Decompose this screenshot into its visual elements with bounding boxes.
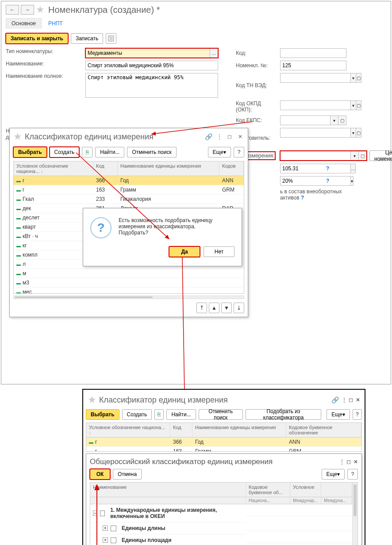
maker-field[interactable] xyxy=(280,128,351,138)
help-va[interactable]: ? xyxy=(301,195,304,201)
nomno-field[interactable] xyxy=(280,61,346,70)
tree-group[interactable]: +Единицы площади xyxy=(90,534,357,545)
report-icon[interactable] xyxy=(106,33,116,44)
dlg2-max-icon[interactable]: ◻ xyxy=(349,397,353,403)
dlg2-create-button[interactable]: Создать xyxy=(122,409,152,420)
tab-main[interactable]: Основное xyxy=(6,18,42,29)
dlg1-find-button[interactable]: Найти... xyxy=(95,147,124,157)
nav-back-button[interactable]: ← xyxy=(6,5,19,15)
okpd-field[interactable] xyxy=(280,100,351,110)
table-row[interactable]: ▬г163ГраммGRM xyxy=(14,185,244,195)
dlg2-clear-button[interactable]: Отменить поиск xyxy=(199,409,243,420)
ekps-open-button[interactable]: ▢ xyxy=(338,115,346,125)
dlg3-more-button[interactable]: Еще ▾ xyxy=(322,469,345,480)
vat-field[interactable] xyxy=(280,176,351,186)
dlg3-col-usl[interactable]: Условное xyxy=(290,483,321,497)
dlg2-link-icon[interactable]: 🔗 xyxy=(331,396,339,403)
checkbox[interactable] xyxy=(111,537,116,543)
dlg3-col-intl2[interactable]: Междуна... xyxy=(321,497,352,504)
code-field[interactable] xyxy=(280,48,346,58)
dlg1-copy-icon[interactable]: ⎘ xyxy=(82,147,92,157)
dlg3-cancel-button[interactable]: Отмена xyxy=(113,469,142,480)
dlg3-more-icon[interactable]: ⋮ xyxy=(339,459,344,465)
nav-forward-button[interactable]: → xyxy=(21,5,34,15)
dlg1-col4[interactable]: Кодов xyxy=(219,161,244,176)
help-price[interactable]: ? xyxy=(326,165,329,172)
confirm-yes-button[interactable]: Да xyxy=(169,246,200,257)
table-row[interactable]: ▬м xyxy=(14,269,244,278)
dlg1-create-button[interactable]: Создать xyxy=(50,147,80,157)
dlg1-select-button[interactable]: Выбрать xyxy=(13,147,47,157)
dlg1-star-icon[interactable]: ★ xyxy=(13,131,22,142)
table-row[interactable]: ▬г366ГодANN xyxy=(14,176,244,185)
tab-rnpt[interactable]: РНПТ xyxy=(42,18,69,29)
dlg2-copy-icon[interactable]: ⎘ xyxy=(154,409,164,420)
dlg1-col2[interactable]: Код xyxy=(93,161,118,176)
dlg1-nav-first[interactable]: ⤒ xyxy=(196,303,207,313)
prices-button[interactable]: Цены номенклатуры xyxy=(369,150,392,161)
table-row[interactable]: ▬г366ГодANN xyxy=(86,438,361,447)
dlg1-clear-button[interactable]: Отменить поиск xyxy=(127,147,176,157)
tree-toggle-icon[interactable]: + xyxy=(103,526,108,531)
dlg3-max-icon[interactable]: ◻ xyxy=(346,459,351,465)
tree-group[interactable]: +Единицы длины xyxy=(90,522,357,534)
table-row[interactable]: ▬м3 xyxy=(14,278,244,288)
checkbox[interactable] xyxy=(111,526,116,531)
tnved-open-button[interactable]: ▢ xyxy=(356,73,361,83)
dlg1-nav-up[interactable]: ▲ xyxy=(209,303,219,313)
dlg1-more-icon[interactable]: ⋮ xyxy=(215,133,223,141)
fullname-field[interactable]: Спирт этиловый медицинский 95% xyxy=(85,73,218,98)
save-button[interactable]: Записать xyxy=(71,33,103,44)
dlg3-vscroll[interactable] xyxy=(352,483,357,545)
dlg1-nav-last[interactable]: ⤓ xyxy=(234,303,244,313)
dlg3-close-icon[interactable]: ✕ xyxy=(354,459,358,465)
tree-group[interactable]: −1. Международные единицы измерения, вкл… xyxy=(90,504,357,522)
dlg3-col-name[interactable]: Наименование xyxy=(90,483,246,497)
dlg2-select-button[interactable]: Выбрать xyxy=(86,409,119,420)
dlg1-hscroll[interactable] xyxy=(13,296,244,299)
dlg2-help-icon[interactable]: ? xyxy=(353,409,362,420)
dlg2-more-icon[interactable]: ⋮ xyxy=(342,397,346,403)
dlg2-fromclass-button[interactable]: Подобрать из классификатора xyxy=(246,409,322,420)
maker-dd-button[interactable]: ▾ xyxy=(351,128,356,138)
dlg2-col2[interactable]: Код xyxy=(170,423,192,438)
dlg3-ok-button[interactable]: ОК xyxy=(90,469,110,480)
dlg2-col3[interactable]: Наименование единицы измерения xyxy=(192,423,286,438)
dlg2-close-icon[interactable]: ✕ xyxy=(356,397,360,403)
dlg3-help-icon[interactable]: ? xyxy=(347,469,358,480)
unit-field[interactable] xyxy=(280,151,351,161)
dlg2-col4[interactable]: Кодовое буквенное обозначение xyxy=(286,423,361,438)
maker-open-button[interactable]: ▢ xyxy=(356,128,361,138)
price-field[interactable] xyxy=(280,164,351,173)
confirm-no-button[interactable]: Нет xyxy=(204,246,234,257)
dlg2-star-icon[interactable]: ★ xyxy=(88,394,96,406)
dlg1-more-button[interactable]: Еще ▾ xyxy=(208,147,231,157)
name-field[interactable] xyxy=(85,61,218,70)
dlg1-col3[interactable]: Наименование единицы измерения xyxy=(118,161,219,176)
dlg3-col-code[interactable]: Кодовое буквенное об... xyxy=(246,483,290,497)
table-row[interactable]: ▬Гкал233Гигакалория xyxy=(14,195,244,204)
dlg2-col1[interactable]: Условное обозначение национа... xyxy=(86,423,170,438)
tree-toggle-icon[interactable]: + xyxy=(103,537,108,543)
dlg1-help-icon[interactable]: ? xyxy=(234,147,244,157)
dlg3-col-nat[interactable]: Национа... xyxy=(246,497,290,504)
save-close-button[interactable]: Записать и закрыть xyxy=(6,33,68,44)
tree-toggle-icon[interactable]: − xyxy=(93,510,97,516)
dlg1-max-icon[interactable]: ◻ xyxy=(226,133,234,141)
help-vat[interactable]: ? xyxy=(326,178,329,184)
dlg2-find-button[interactable]: Найти... xyxy=(166,409,196,420)
table-row[interactable]: ▬мес xyxy=(14,288,244,294)
checkbox[interactable] xyxy=(100,510,105,516)
tnved-field[interactable] xyxy=(280,73,351,83)
dlg3-col-intl[interactable]: Междунар... xyxy=(290,497,321,504)
tnved-dd-button[interactable]: ▾ xyxy=(351,73,356,83)
vat-dd-button[interactable]: ▾ xyxy=(351,176,354,186)
ekps-dd-button[interactable]: ▾ xyxy=(331,115,338,125)
type-field[interactable] xyxy=(85,48,210,58)
okpd-open-button[interactable]: ▢ xyxy=(356,100,361,110)
price-calc-button[interactable]: … xyxy=(351,164,356,173)
ekps-field[interactable] xyxy=(280,115,331,125)
type-open-button[interactable]: … xyxy=(210,48,218,58)
dlg2-more-button[interactable]: Еще ▾ xyxy=(327,409,350,420)
unit-dd-button[interactable]: ▾ xyxy=(351,151,359,161)
